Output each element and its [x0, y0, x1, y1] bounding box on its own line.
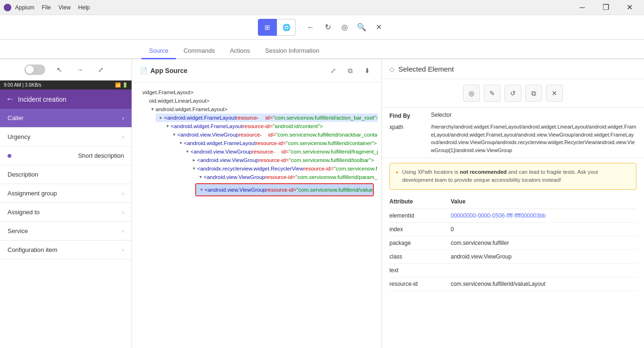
xml-node-value-layout[interactable]: ▾ <android.view.ViewGroup resource-id= "…: [196, 184, 373, 195]
menu-help[interactable]: Help: [78, 4, 90, 11]
tab-session[interactable]: Session Information: [257, 43, 327, 59]
xml-node-fragment-params[interactable]: ▾ <android.view.ViewGroup resource- id= …: [182, 147, 378, 156]
expand-source-button[interactable]: ⤢: [327, 64, 340, 77]
xml-node-snackbar[interactable]: ▾ <android.view.ViewGroup resource- id= …: [169, 130, 378, 139]
back-button[interactable]: ←: [303, 20, 318, 35]
expand-icon[interactable]: ▾: [171, 132, 177, 137]
minimize-button[interactable]: ─: [571, 0, 593, 15]
back-arrow-icon[interactable]: ←: [6, 94, 14, 104]
xml-attr-value: "com.servicenow.fulfillerid/recyclerView…: [334, 166, 378, 171]
config-arrow-icon: ›: [122, 247, 124, 253]
copy-source-button[interactable]: ⧉: [344, 64, 357, 77]
titlebar-left: Appium File View Help: [4, 4, 90, 11]
form-item-assignment-group[interactable]: Assignment group ›: [0, 184, 132, 203]
form-item-caller[interactable]: Caller ›: [0, 109, 132, 128]
urgency-arrow-icon: ›: [122, 134, 124, 140]
attr-value-element-id: 00000000-0000-0506-ffff-ffff000003bb: [451, 212, 636, 219]
xml-tag: <android.view.ViewGroup: [205, 187, 266, 193]
phone-header: ← Incident creation: [0, 89, 132, 109]
globe-view-button[interactable]: 🌐: [277, 19, 296, 36]
edit-tool-button[interactable]: ✎: [484, 85, 501, 102]
form-item-description[interactable]: Description: [0, 165, 132, 184]
diamond-icon: ◇: [389, 65, 395, 73]
element-header: ◇ Selected Element: [382, 59, 644, 79]
expand-icon[interactable]: ▾: [197, 174, 204, 179]
maximize-button[interactable]: ❐: [595, 0, 617, 15]
xml-node-value-layout-wrapper: ▾ <android.view.ViewGroup resource-id= "…: [195, 183, 374, 196]
refresh-button[interactable]: ↻: [320, 20, 335, 35]
xml-node-toolbar[interactable]: ▸ <android.view.ViewGroup resource-id= "…: [189, 156, 378, 164]
expand-icon[interactable]: ▾: [184, 149, 190, 154]
select-tool-button[interactable]: ↖: [53, 63, 66, 76]
xml-tag: <android.view.ViewGroup: [204, 174, 265, 180]
xml-attr-value: "com.servicenow.fulfillerid/container">: [286, 140, 377, 146]
xml-node-framelayout-2[interactable]: ▾ android.widget.FrameLayout>: [136, 105, 378, 113]
phone-statusbar: 9:00 AM | 3.6KB/s 📶 🔋: [0, 81, 132, 89]
xml-node-framelayout-root[interactable]: vidget.FrameLayout>: [136, 88, 378, 97]
tab-actions[interactable]: Actions: [223, 43, 258, 59]
app-title: Appium: [15, 4, 34, 11]
attr-row-resource-id: resource-id com.servicenow.fulfillerid/v…: [389, 277, 636, 291]
attr-name-class: class: [389, 253, 451, 260]
attribute-col-header: Attribute: [389, 198, 451, 205]
reset-tool-button[interactable]: ↺: [504, 85, 521, 102]
expand-icon[interactable]: ▾: [149, 106, 156, 112]
xml-node-action-bar-root[interactable]: ▸ <android.widget.FrameLayout resource- …: [156, 113, 378, 122]
copy-tool-button[interactable]: ⧉: [525, 85, 542, 102]
form-item-short-desc[interactable]: Short description: [0, 146, 132, 165]
element-tools: ◎ ✎ ↺ ⧉ ✕: [382, 79, 644, 108]
assignment-group-label: Assignment group: [8, 190, 57, 197]
xml-attr-name: resource-id=: [259, 157, 289, 163]
tab-commands[interactable]: Commands: [176, 43, 222, 59]
eye-button[interactable]: ◎: [337, 20, 352, 35]
eye-tool-button[interactable]: ◎: [463, 85, 480, 102]
xml-tag: <androidx.recyclerview.widget.RecyclerVi…: [197, 166, 304, 171]
form-item-service[interactable]: Service ›: [0, 222, 132, 241]
search-button[interactable]: 🔍: [354, 20, 369, 35]
form-item-assigned-to[interactable]: Assigned to ›: [0, 203, 132, 222]
xml-node-content[interactable]: ▾ <android.widget.FrameLayout resource-i…: [162, 122, 378, 130]
close-button[interactable]: ✕: [619, 0, 640, 15]
attr-name-index: index: [389, 226, 451, 233]
xml-node-recyclerview[interactable]: ▾ <androidx.recyclerview.widget.Recycler…: [189, 164, 378, 173]
value-col-header: Value: [451, 198, 636, 205]
xml-attr-name: resource-id=: [266, 187, 297, 193]
find-by-header: Find By: [389, 112, 427, 119]
selector-header: Selector: [431, 112, 636, 118]
menu-file[interactable]: File: [42, 4, 51, 11]
warning-dot-icon: ●: [396, 170, 398, 175]
xml-node-param-list[interactable]: ▾ <android.view.ViewGroup resource-id= "…: [195, 173, 378, 181]
urgency-label: Urgency: [8, 133, 30, 140]
toolbar: ⊞ 🌐 ← ↻ ◎ 🔍 ✕: [0, 15, 644, 40]
form-item-config-item[interactable]: Configuration item ›: [0, 241, 132, 259]
xml-attr-name-2: id=: [268, 132, 276, 138]
nav-close-button[interactable]: ✕: [371, 20, 386, 35]
expand-icon[interactable]: ▸: [157, 115, 164, 120]
expand-icon[interactable]: ▾: [190, 166, 197, 171]
expand-icon[interactable]: ▾: [164, 123, 171, 129]
form-item-urgency[interactable]: Urgency ›: [0, 128, 132, 146]
grid-view-button[interactable]: ⊞: [258, 19, 277, 36]
menu-view[interactable]: View: [58, 4, 71, 11]
close-tool-button[interactable]: ✕: [546, 85, 563, 102]
find-by-section: Find By Selector xpath /hierarchy/androi…: [382, 108, 644, 158]
caller-label: Caller: [8, 114, 24, 121]
expand-icon[interactable]: ▾: [198, 187, 205, 192]
assigned-arrow-icon: ›: [122, 209, 124, 216]
attr-name-package: package: [389, 240, 451, 246]
toggle-switch[interactable]: [25, 65, 45, 75]
xml-node-linearlayout[interactable]: oid.widget.LinearLayout>: [136, 97, 378, 105]
menu-bar: File View Help: [42, 4, 90, 11]
attr-name-element-id: elementId: [389, 212, 451, 219]
expand-tool-button[interactable]: ⤢: [94, 63, 107, 76]
swipe-tool-button[interactable]: →: [74, 63, 87, 76]
download-source-button[interactable]: ⬇: [361, 64, 374, 77]
expand-icon[interactable]: ▾: [177, 140, 184, 146]
xml-tag: <android.view.ViewGroup: [177, 132, 239, 138]
tab-source[interactable]: Source: [141, 43, 176, 59]
xml-node-container[interactable]: ▾ <android.widget.FrameLayout resource-i…: [175, 139, 378, 147]
xpath-value: /hierarchy/android.widget.FrameLayout/an…: [431, 123, 636, 154]
expand-icon[interactable]: ▸: [190, 157, 197, 162]
attr-name-resource-id: resource-id: [389, 281, 451, 287]
xml-attr-name: resource-id=: [242, 123, 272, 129]
